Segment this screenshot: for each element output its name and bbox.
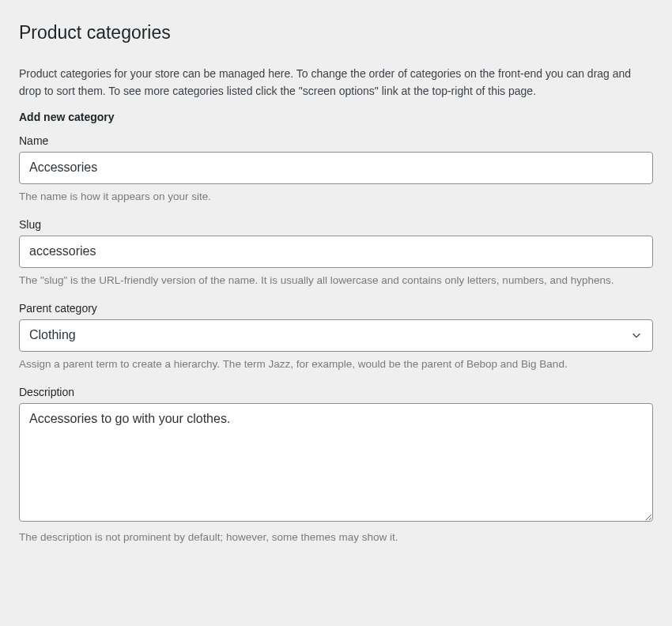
slug-label: Slug: [19, 218, 653, 231]
page-title: Product categories: [19, 22, 653, 43]
slug-input[interactable]: [19, 236, 653, 267]
name-input[interactable]: [19, 152, 653, 183]
intro-text: Product categories for your store can be…: [19, 66, 653, 100]
name-help: The name is how it appears on your site.: [19, 189, 653, 205]
slug-field-group: Slug The "slug" is the URL-friendly vers…: [19, 218, 653, 288]
parent-field-group: Parent category Clothing Assign a parent…: [19, 302, 653, 371]
name-field-group: Name The name is how it appears on your …: [19, 134, 653, 204]
parent-select[interactable]: Clothing: [19, 319, 653, 351]
description-textarea[interactable]: [19, 403, 653, 522]
slug-help: The "slug" is the URL-friendly version o…: [19, 273, 653, 288]
add-category-heading: Add new category: [19, 111, 653, 123]
description-label: Description: [19, 386, 653, 398]
parent-label: Parent category: [19, 302, 653, 315]
parent-help: Assign a parent term to create a hierarc…: [19, 356, 653, 372]
description-field-group: Description The description is not promi…: [19, 386, 653, 545]
description-help: The description is not prominent by defa…: [19, 530, 653, 545]
name-label: Name: [19, 134, 653, 147]
